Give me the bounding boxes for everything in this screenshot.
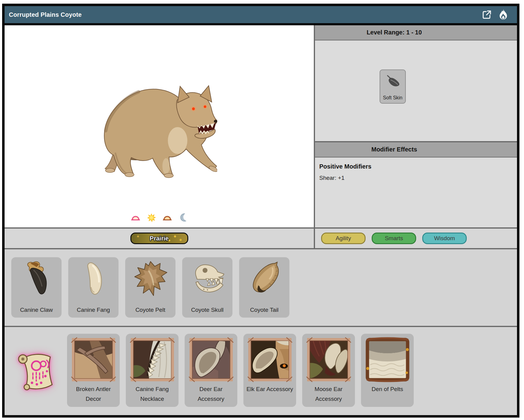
stat-label: Smarts [385, 235, 403, 242]
biome-stats-strip: Prairie Agility Smarts Wisdom [5, 229, 517, 248]
recipe-label: Broken Antler Decor [69, 384, 118, 404]
trait-soft-skin[interactable]: Soft Skin [380, 69, 406, 104]
stats-strip: Agility Smarts Wisdom [315, 229, 517, 248]
modifier-effects-body: Positive Modifiers Shear: +1 [315, 158, 517, 227]
stat-label: Agility [336, 235, 351, 242]
stat-button-wisdom[interactable]: Wisdom [422, 233, 467, 244]
positive-modifiers-heading: Positive Modifiers [319, 163, 517, 170]
creature-stage [5, 25, 314, 227]
drop-label: Coyote Skull [191, 307, 224, 318]
level-range-label: Level Range: 1 - 10 [315, 25, 473, 40]
recipe-card-broken-antler-decor[interactable]: Broken Antler Decor [67, 334, 120, 407]
night-icon [178, 213, 188, 222]
modifier-entry: Shear: +1 [319, 175, 517, 181]
stat-label: Wisdom [434, 235, 455, 242]
canine-claw-image [17, 260, 56, 299]
drop-card-coyote-pelt[interactable]: Coyote Pelt [125, 257, 175, 318]
deer-ear-accessory-image [188, 337, 234, 383]
drop-card-canine-claw[interactable]: Canine Claw [11, 257, 62, 318]
drop-card-coyote-tail[interactable]: Coyote Tail [239, 257, 289, 318]
canine-fang-image [74, 260, 113, 299]
den-of-pelts-image [365, 337, 410, 383]
modifier-effects-title: Modifier Effects [315, 142, 473, 157]
elk-ear-accessory-image [247, 337, 293, 383]
drop-label: Coyote Pelt [135, 307, 165, 318]
encyclopedia-window: Corrupted Plains Coyote [2, 4, 519, 418]
dawn-icon [131, 213, 140, 222]
recipe-card-elk-ear-accessory[interactable]: Elk Ear Accessory [243, 334, 296, 407]
drop-card-coyote-skull[interactable]: Coyote Skull [182, 257, 232, 318]
recipe-card-deer-ear-accessory[interactable]: Deer Ear Accessory [185, 334, 237, 407]
recipe-card-den-of-pelts[interactable]: Den of Pelts [361, 334, 414, 407]
canine-fang-necklace-image [129, 337, 175, 383]
coyote-skull-image [188, 260, 227, 299]
open-in-new-window-icon[interactable] [481, 9, 493, 20]
titlebar: Corrupted Plains Coyote [5, 6, 517, 25]
biome-strip: Prairie [5, 229, 314, 248]
recipe-scroll-icon [14, 347, 59, 396]
trait-area: Soft Skin [315, 41, 517, 141]
active-times [5, 213, 314, 222]
biome-label: Prairie [150, 235, 168, 242]
flame-icon[interactable] [497, 9, 509, 20]
drops-section: Canine Claw Canine Fang Coyote Pelt [5, 249, 517, 326]
broken-antler-decor-image [71, 337, 116, 383]
recipe-label: Deer Ear Accessory [187, 384, 235, 404]
recipe-label: Moose Ear Accessory [304, 384, 353, 404]
coyote-pelt-image [131, 260, 170, 299]
info-pane: Level Range: 1 - 10 Soft Skin Modifier E… [315, 25, 517, 227]
moose-ear-accessory-image [306, 337, 352, 383]
recipe-card-moose-ear-accessory[interactable]: Moose Ear Accessory [302, 334, 355, 407]
stat-button-agility[interactable]: Agility [321, 233, 366, 244]
recipes-section: Broken Antler Decor [5, 327, 517, 415]
day-icon [147, 213, 156, 222]
drop-card-canine-fang[interactable]: Canine Fang [68, 257, 119, 318]
recipe-label: Elk Ear Accessory [246, 384, 294, 394]
recipe-scroll-box [12, 327, 61, 415]
stat-button-smarts[interactable]: Smarts [372, 233, 416, 244]
recipe-label: Den of Pelts [363, 384, 412, 394]
level-range-bar: Level Range: 1 - 10 [315, 25, 517, 41]
recipe-label: Canine Fang Necklace [128, 384, 177, 404]
creature-image [86, 75, 217, 180]
trait-label: Soft Skin [383, 95, 402, 101]
drop-label: Canine Claw [20, 307, 53, 318]
biome-button-prairie[interactable]: Prairie [130, 233, 188, 244]
main-row: Level Range: 1 - 10 Soft Skin Modifier E… [5, 25, 517, 227]
page-title: Corrupted Plains Coyote [9, 11, 82, 18]
drop-label: Coyote Tail [250, 307, 279, 318]
drop-label: Canine Fang [77, 307, 110, 318]
dusk-icon [162, 213, 172, 222]
recipe-card-canine-fang-necklace[interactable]: Canine Fang Necklace [126, 334, 179, 407]
feather-icon [384, 74, 401, 89]
coyote-tail-image [245, 260, 284, 299]
modifier-effects-bar: Modifier Effects [315, 142, 517, 158]
